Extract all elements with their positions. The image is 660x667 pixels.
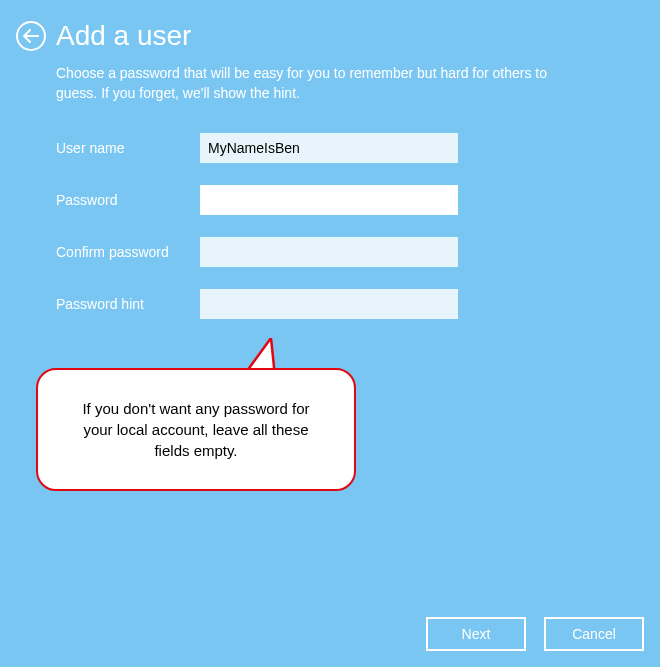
back-button[interactable] [16,21,46,51]
next-button[interactable]: Next [426,617,526,651]
password-hint-label: Password hint [56,296,200,312]
username-label: User name [56,140,200,156]
arrow-left-icon [23,29,39,43]
password-label: Password [56,192,200,208]
page-subtitle: Choose a password that will be easy for … [0,52,590,103]
password-hint-input[interactable] [200,289,458,319]
confirm-password-label: Confirm password [56,244,200,260]
annotation-text: If you don't want any password for your … [36,368,356,491]
user-form: User name Password Confirm password Pass… [0,103,660,319]
page-title: Add a user [56,20,191,52]
password-input[interactable] [200,185,458,215]
confirm-password-input[interactable] [200,237,458,267]
cancel-button[interactable]: Cancel [544,617,644,651]
username-input[interactable] [200,133,458,163]
annotation-callout: If you don't want any password for your … [36,368,356,491]
